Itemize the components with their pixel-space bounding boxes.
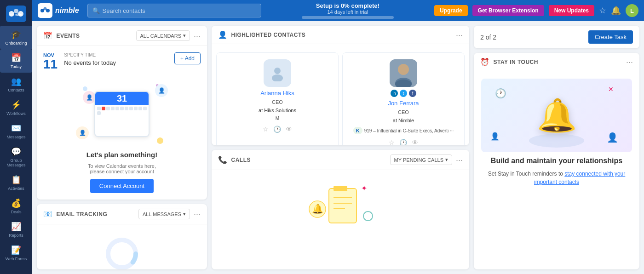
plan-subtext: To view Calendar events here, please con… <box>88 163 156 174</box>
no-events-text: No events for today <box>64 59 168 66</box>
svg-point-10 <box>274 68 281 74</box>
sidebar-item-messages[interactable]: ✉️ Messages <box>0 120 32 143</box>
sidebar-item-contacts[interactable]: 👥 Contacts <box>0 73 32 96</box>
clock-action-jon[interactable]: 🕐 <box>399 139 407 145</box>
connect-account-button[interactable]: Connect Account <box>90 179 154 193</box>
contacts-header-right: ··· <box>456 31 463 39</box>
user-avatar[interactable]: L <box>626 4 638 17</box>
clock-action[interactable]: 🕐 <box>273 126 281 133</box>
sidebar-item-deals[interactable]: 💰 Deals <box>0 194 32 218</box>
segment-badge: K <box>353 127 362 134</box>
stay-in-touch-card: ⏰ STAY IN TOUCH ··· 🕐 ✕ 👤 <box>474 53 639 269</box>
activities-icon: 📋 <box>11 175 21 185</box>
email-tracking-body <box>37 224 207 269</box>
stay-touch-header-right: ··· <box>626 58 633 66</box>
contact-name-jon[interactable]: Jon Ferrara <box>388 100 419 107</box>
star-action-jon[interactable]: ☆ <box>389 139 395 145</box>
contacts-inner: Arianna Hiks CEO at Hiks Solutions M ☆ 🕐… <box>212 44 469 145</box>
messages-icon: ✉️ <box>11 123 21 133</box>
svg-text:nimble: nimble <box>10 12 22 17</box>
hide-action[interactable]: 👁 <box>286 126 292 133</box>
stay-touch-title-area: ⏰ STAY IN TOUCH <box>480 57 538 66</box>
stay-touch-main-text: Build and maintain your relationships <box>491 157 622 165</box>
sidebar-item-label: Deals <box>11 210 21 214</box>
event-info: SPECIFY TIME No events for today <box>64 52 168 66</box>
chevron-down-icon: ▾ <box>183 211 186 217</box>
sidebar-item-workflows[interactable]: ⚡ Workflows <box>0 96 32 120</box>
email-tracking-title-area: 📧 EMAIL TRACKING <box>43 210 107 218</box>
task-count: 2 of 2 <box>480 34 496 41</box>
calls-card: 📞 CALLS MY PENDING CALLS ▾ ··· <box>212 150 469 269</box>
messages-filter-dropdown[interactable]: ALL MESSAGES ▾ <box>138 209 190 219</box>
add-event-button[interactable]: + Add <box>174 52 201 64</box>
sidebar-item-label: Web Forms <box>6 257 27 261</box>
search-placeholder: Search contacts <box>103 7 145 14</box>
contact-company-jon: at Nimble <box>393 118 414 123</box>
messages-filter-label: ALL MESSAGES <box>143 211 181 217</box>
star-action[interactable]: ☆ <box>263 126 269 133</box>
sidebar-item-group-messages[interactable]: 💬 Group Messages <box>0 143 32 171</box>
setup-subtitle: 14 days left in trial <box>327 9 368 15</box>
contacts-title-area: 👤 HIGHLIGHTED CONTACTS <box>218 30 305 39</box>
sidebar-item-today[interactable]: 📅 Today <box>0 49 32 73</box>
sidebar-item-reports[interactable]: 📈 Reports <box>0 218 32 241</box>
facebook-icon: f <box>409 90 416 97</box>
webforms-icon: 📝 <box>11 245 21 255</box>
calls-illustration: 🔔 ✦ <box>212 170 469 239</box>
setup-title: Setup is 0% complete! <box>316 2 380 9</box>
sidebar-item-webforms[interactable]: 📝 Web Forms <box>0 241 32 265</box>
stay-touch-more-button[interactable]: ··· <box>626 58 633 66</box>
contacts-more-button[interactable]: ··· <box>456 31 463 39</box>
contact-card-jon: in t f Jon Ferrara CEO at Nimble K <box>342 52 465 145</box>
browser-extension-button[interactable]: Get Browser Extension <box>472 5 544 16</box>
email-tracking-more-button[interactable]: ··· <box>194 210 201 218</box>
calendar-filter-dropdown[interactable]: ALL CALENDARS ▾ <box>136 30 190 41</box>
sidebar-item-label: Workflows <box>6 111 25 116</box>
sidebar-item-activities[interactable]: 📋 Activities <box>0 171 32 194</box>
contact-segment-text: 919 – Influential in C-Suite Execs, Adve… <box>364 128 454 133</box>
upgrade-button[interactable]: Upgrade <box>434 5 468 16</box>
right-column: 2 of 2 Create Task ⏰ STAY IN TOUCH ··· <box>474 26 639 269</box>
star-icon[interactable]: ☆ <box>599 6 606 16</box>
svg-point-11 <box>272 74 283 81</box>
sidebar-item-label: Today <box>11 64 22 69</box>
events-more-button[interactable]: ··· <box>194 32 201 40</box>
search-bar[interactable]: 🔍 Search contacts <box>87 4 261 17</box>
left-column: 📅 EVENTS ALL CALENDARS ▾ ··· <box>37 26 207 269</box>
contact-name-arianna[interactable]: Arianna Hiks <box>260 90 294 97</box>
email-tracking-card: 📧 EMAIL TRACKING ALL MESSAGES ▾ ··· <box>37 204 207 269</box>
sidebar-item-label: Activities <box>8 186 24 191</box>
person-circle-1: 👤 <box>155 84 168 97</box>
date-block: Nov 11 <box>43 52 58 71</box>
calls-title: CALLS <box>231 157 251 163</box>
setup-progress: Setup is 0% complete! 14 days left in tr… <box>266 2 430 19</box>
contact-avatar-arianna <box>264 59 291 87</box>
check-float-icon: 👤 <box>490 132 500 141</box>
bell-icon[interactable]: 🔔 <box>611 6 621 16</box>
hide-action-jon[interactable]: 👁 <box>412 139 418 145</box>
create-task-button[interactable]: Create Task <box>588 30 633 44</box>
calls-filter-dropdown[interactable]: MY PENDING CALLS ▾ <box>390 154 452 165</box>
logo[interactable]: nimble <box>5 4 28 24</box>
contact-avatar-jon <box>390 59 417 87</box>
events-illustration: 👤 👤 👤 31 <box>37 77 207 200</box>
stay-connected-link[interactable]: stay connected with your important conta… <box>534 171 625 185</box>
cal-header: 31 <box>95 92 149 105</box>
events-title: EVENTS <box>57 33 80 39</box>
sidebar-item-label: Group Messages <box>6 158 25 167</box>
date-day: 11 <box>43 58 58 71</box>
new-updates-button[interactable]: New Updates <box>549 5 594 16</box>
sidebar-item-onboarding[interactable]: 🎓 Onboarding <box>0 26 32 49</box>
star-float-icon: ✕ <box>608 86 614 93</box>
svg-rect-17 <box>334 186 347 191</box>
contacts-icon: 👤 <box>218 30 228 39</box>
logo-text: nimble <box>55 6 79 15</box>
sidebar-item-label: Reports <box>9 233 23 238</box>
stay-touch-header: ⏰ STAY IN TOUCH ··· <box>474 53 639 71</box>
logo-icon <box>38 3 52 18</box>
stay-touch-desc: Set Stay in Touch reminders to stay conn… <box>481 170 632 186</box>
calls-more-button[interactable]: ··· <box>456 156 463 164</box>
email-tracking-header-right: ALL MESSAGES ▾ ··· <box>138 209 201 219</box>
deals-icon: 💰 <box>11 198 21 208</box>
calendar-icon: 📅 <box>43 31 53 40</box>
